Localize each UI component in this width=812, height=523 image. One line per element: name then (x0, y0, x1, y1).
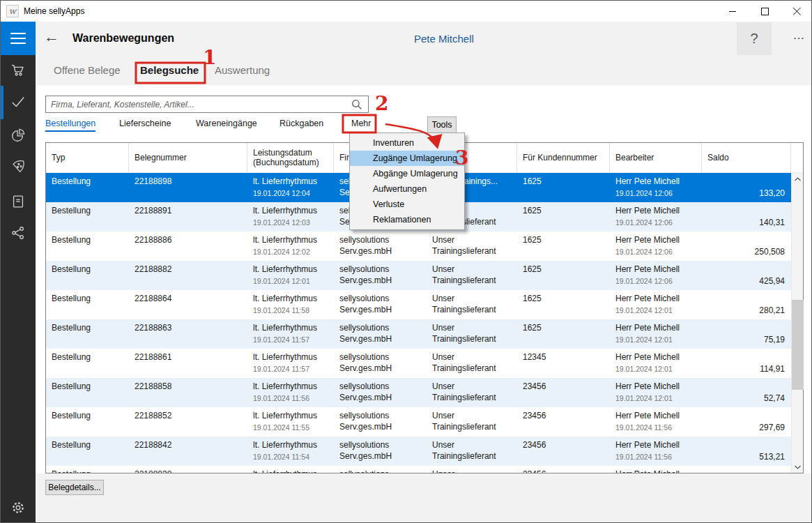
table-row[interactable]: Bestellung22188852lt. Lieferrhythmus19.0… (46, 407, 791, 437)
cell: sellysolutionsServ.ges.mbH (334, 407, 427, 437)
cell: Bestellung (46, 349, 129, 378)
table-row[interactable]: Bestellung22188858lt. Lieferrhythmus19.0… (46, 378, 791, 407)
menu-item-3[interactable]: Abgänge Umlagerung (350, 166, 464, 181)
column-header-3[interactable]: Leistungsdatum (Buchungsdatum) (247, 143, 334, 173)
cell: Bestellung (46, 378, 129, 407)
cell: 1625 (517, 232, 610, 261)
scrollbar-thumb[interactable] (792, 300, 804, 390)
subtab-bestellungen[interactable]: Bestellungen (45, 119, 95, 132)
scroll-up-button[interactable] (792, 173, 804, 185)
cell: Bestellung (46, 407, 129, 437)
minimize-button[interactable] (717, 1, 749, 22)
cell: Herr Pete Michell19.01.2024 12:06 (610, 173, 702, 202)
cell: UnserTrainingslieferant (427, 437, 517, 466)
document-details-button[interactable]: Belegdetails... (45, 480, 104, 495)
cell: sellysolutionsServ.ges.mbH (334, 232, 427, 261)
tab-offene-belege[interactable]: Offene Belege (54, 64, 121, 76)
table-row[interactable]: Bestellung22188861lt. Lieferrhythmus19.0… (46, 349, 791, 378)
cell: UnserTrainingslieferant (427, 232, 517, 261)
menu-item-5[interactable]: Verluste (350, 197, 464, 212)
cell: 1625 (517, 202, 610, 232)
cell: 22188891 (129, 202, 247, 232)
saldo-value: 513,21 (759, 451, 785, 462)
cell: Herr Pete Michell19.01.2024 12:06 (610, 261, 702, 290)
settings-gear-icon[interactable] (10, 500, 26, 515)
search-icon[interactable] (351, 98, 363, 111)
user-name-link[interactable]: Pete Mitchell (414, 33, 474, 45)
cell: Bestellung (46, 290, 129, 319)
cell: Bestellung (46, 437, 129, 466)
hamburger-menu-button[interactable] (1, 22, 36, 55)
tools-button[interactable]: Tools (427, 116, 457, 133)
saldo-value: 114,91 (760, 363, 785, 374)
table-row[interactable]: Bestellung22188882lt. Lieferrhythmus19.0… (46, 261, 791, 290)
cell: 22188886 (129, 232, 247, 261)
maximize-button[interactable] (749, 1, 781, 22)
menu-item-2[interactable]: Zugänge Umlagerung (350, 151, 464, 166)
cell: lt. Lieferrhythmus19.01.2024 11:58 (247, 290, 334, 319)
table-row[interactable]: Bestellung22188842lt. Lieferrhythmus19.0… (46, 437, 791, 466)
cell: 114,91 (702, 349, 791, 378)
pizza-slice-icon[interactable] (10, 159, 26, 174)
pie-chart-icon[interactable] (10, 128, 26, 143)
table-row[interactable]: Bestellung22188886lt. Lieferrhythmus19.0… (46, 232, 791, 261)
column-header-6[interactable]: Für Kundennummer (517, 143, 610, 173)
cell: Bestellung (46, 261, 129, 290)
menu-item-6[interactable]: Reklamationen (350, 212, 464, 227)
cell: Herr Pete Michell (610, 466, 702, 473)
subtab-r-ckgaben[interactable]: Rückgaben (279, 119, 323, 128)
cell: lt. Lieferrhythmus19.01.2024 11:54 (247, 437, 334, 466)
window-title: Meine sellyApps (24, 6, 84, 16)
checkmark-icon[interactable] (10, 94, 26, 109)
column-header-7[interactable]: Bearbeiter (610, 143, 702, 173)
close-button[interactable] (781, 1, 812, 22)
cell: Bestellung (46, 173, 129, 202)
back-button[interactable]: ← (44, 28, 59, 46)
cell: Bestellung (46, 232, 129, 261)
table-row[interactable]: Bestellung22188863lt. Lieferrhythmus19.0… (46, 319, 791, 349)
cell: lt. Lieferrhythmus19.01.2024 12:02 (247, 232, 334, 261)
vertical-scrollbar[interactable] (791, 173, 803, 473)
tab-belegsuche[interactable]: Belegsuche (140, 64, 199, 76)
footer-bar: Belegdetails... (36, 473, 812, 523)
subtab-wareneing-nge[interactable]: Wareneingänge (196, 119, 257, 128)
tab-auswertung[interactable]: Auswertung (215, 64, 270, 76)
title-bar: w Meine sellyApps (1, 1, 812, 22)
column-header-1[interactable]: Typ (46, 143, 129, 173)
cell: 22188842 (129, 437, 247, 466)
cell: 250,508 (702, 232, 791, 261)
cart-icon[interactable] (10, 63, 26, 78)
app-logo-icon: w (6, 5, 19, 17)
saldo-value: 75,19 (764, 334, 785, 345)
menu-item-1[interactable]: Inventuren (350, 135, 464, 151)
cell: 23456 (517, 378, 610, 407)
search-input[interactable] (46, 96, 368, 112)
column-header-2[interactable]: Belegnummer (129, 143, 247, 173)
cell: 1625 (517, 261, 610, 290)
cell: lt. Lieferrhythmus19.01.2024 12:01 (247, 261, 334, 290)
cell: Herr Pete Michell19.01.2024 12:06 (610, 232, 702, 261)
mehr-dropdown-menu: InventurenZugänge UmlagerungAbgänge Umla… (349, 132, 465, 230)
menu-item-4[interactable]: Aufwertungen (350, 181, 464, 197)
column-header-8[interactable]: Saldo (702, 143, 791, 173)
cell: 280,21 (702, 290, 791, 319)
subtab-lieferscheine[interactable]: Lieferscheine (119, 119, 171, 128)
cell: Bestellung (46, 466, 129, 473)
table-row[interactable]: Bestellung22188838lt. Lieferrhythmussell… (46, 466, 791, 473)
cell: sellysolutionsServ.ges.mbH (334, 261, 427, 290)
share-network-icon[interactable] (10, 225, 26, 241)
more-options-button[interactable]: … (787, 29, 812, 50)
cell: 12345 (517, 349, 610, 378)
scroll-down-button[interactable] (792, 461, 804, 473)
cell (702, 466, 791, 473)
table-row[interactable]: Bestellung22188864lt. Lieferrhythmus19.0… (46, 290, 791, 319)
cell: Herr Pete Michell19.01.2024 12:06 (610, 202, 702, 232)
cell: UnserTrainingslieferant (427, 378, 517, 407)
help-button[interactable]: ? (737, 22, 772, 55)
book-icon[interactable] (10, 194, 26, 209)
saldo-value: 250,508 (755, 246, 785, 257)
cell: lt. Lieferrhythmus19.01.2024 11:56 (247, 378, 334, 407)
cell: UnserTrainingslieferant (427, 319, 517, 349)
cell: 1625 (517, 173, 610, 202)
subtab-mehr[interactable]: Mehr (351, 119, 371, 128)
